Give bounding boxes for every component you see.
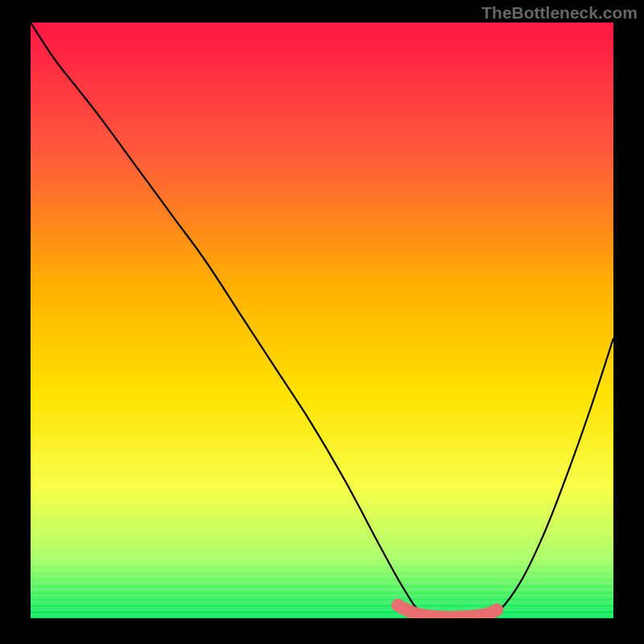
glow-band [31, 575, 613, 579]
glow-band [31, 536, 613, 540]
glow-band [31, 581, 613, 585]
glow-band [31, 594, 613, 598]
gradient-background [31, 23, 613, 618]
glow-band [31, 613, 613, 617]
glow-band [31, 607, 613, 611]
glow-band [31, 549, 613, 553]
glow-band [31, 555, 613, 559]
glow-band [31, 543, 613, 547]
glow-band [31, 601, 613, 605]
glow-band [31, 530, 613, 534]
chart-svg [31, 23, 613, 618]
plot-area [31, 23, 613, 618]
chart-root: TheBottleneck.com [0, 0, 644, 644]
glow-band [31, 588, 613, 592]
watermark-text: TheBottleneck.com [481, 3, 638, 23]
glow-band [31, 562, 613, 566]
